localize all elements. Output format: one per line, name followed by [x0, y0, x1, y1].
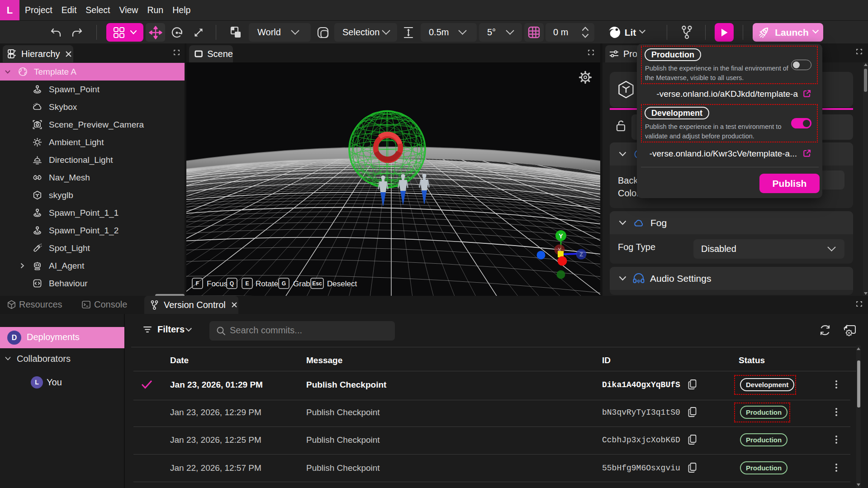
svg-text:E: E — [245, 280, 249, 287]
svg-text:Grab: Grab — [293, 280, 310, 288]
svg-text:F: F — [196, 280, 199, 287]
svg-text:G: G — [282, 280, 286, 287]
svg-text:Q: Q — [230, 280, 234, 287]
svg-text:Focus: Focus — [207, 280, 228, 288]
svg-text:Esc: Esc — [312, 280, 322, 287]
svg-text:Deselect: Deselect — [327, 280, 357, 288]
svg-text:Rotate: Rotate — [256, 280, 278, 288]
svg-text:Y: Y — [559, 232, 563, 240]
svg-text:Z: Z — [579, 251, 583, 258]
